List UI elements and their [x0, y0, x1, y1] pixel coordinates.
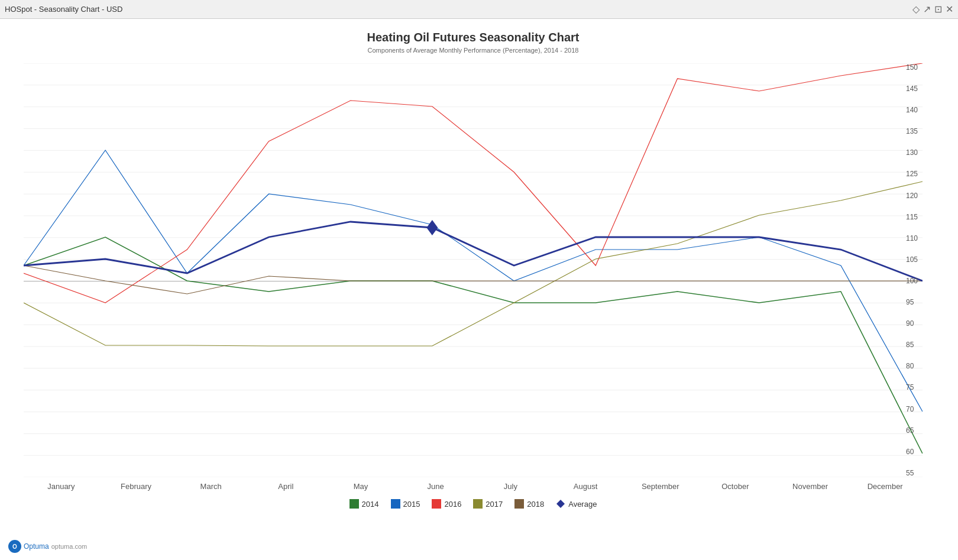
optuma-site: optuma.com — [51, 543, 88, 550]
average-marker — [426, 220, 438, 235]
optuma-brand: Optuma — [24, 542, 49, 551]
legend-2014: 2014 — [349, 499, 379, 509]
legend-swatch-2017 — [473, 499, 483, 509]
legend: 2014 2015 2016 2017 2018 Average — [24, 499, 923, 509]
legend-2017: 2017 — [473, 499, 503, 509]
chart-area: 150 145 140 135 130 125 120 115 110 105 … — [24, 63, 923, 477]
legend-swatch-2018 — [514, 499, 524, 509]
close-icon[interactable]: ✕ — [946, 4, 953, 15]
y-axis-labels: 150 145 140 135 130 125 120 115 110 105 … — [906, 63, 918, 477]
optuma-logo-icon: O — [8, 540, 21, 553]
chart-subtitle: Components of Average Monthly Performanc… — [24, 47, 923, 54]
legend-swatch-2015 — [391, 499, 400, 509]
window-bar: HOSpot - Seasonality Chart - USD ◇ ↗ ⊡ ✕ — [0, 0, 958, 19]
window-title: HOSpot - Seasonality Chart - USD — [5, 5, 122, 14]
line-2016 — [24, 63, 923, 303]
legend-2016: 2016 — [432, 499, 461, 509]
chart-container: Heating Oil Futures Seasonality Chart Co… — [0, 19, 958, 560]
line-2017 — [24, 182, 923, 346]
legend-diamond-average — [556, 499, 565, 509]
diamond-icon[interactable]: ◇ — [912, 4, 920, 15]
chart-svg — [24, 63, 923, 477]
legend-2015: 2015 — [391, 499, 420, 509]
legend-swatch-2014 — [349, 499, 359, 509]
line-2018 — [24, 266, 923, 294]
restore-icon[interactable]: ⊡ — [934, 4, 942, 15]
window-controls[interactable]: ◇ ↗ ⊡ ✕ — [912, 4, 953, 15]
legend-average: Average — [556, 499, 597, 509]
arrow-icon[interactable]: ↗ — [923, 4, 931, 15]
svg-marker-20 — [556, 500, 565, 508]
legend-2018: 2018 — [514, 499, 544, 509]
legend-swatch-2016 — [432, 499, 441, 509]
optuma-logo: O Optuma optuma.com — [8, 540, 87, 553]
chart-title: Heating Oil Futures Seasonality Chart — [24, 31, 923, 44]
x-axis-labels: January February March April May June Ju… — [24, 482, 923, 491]
